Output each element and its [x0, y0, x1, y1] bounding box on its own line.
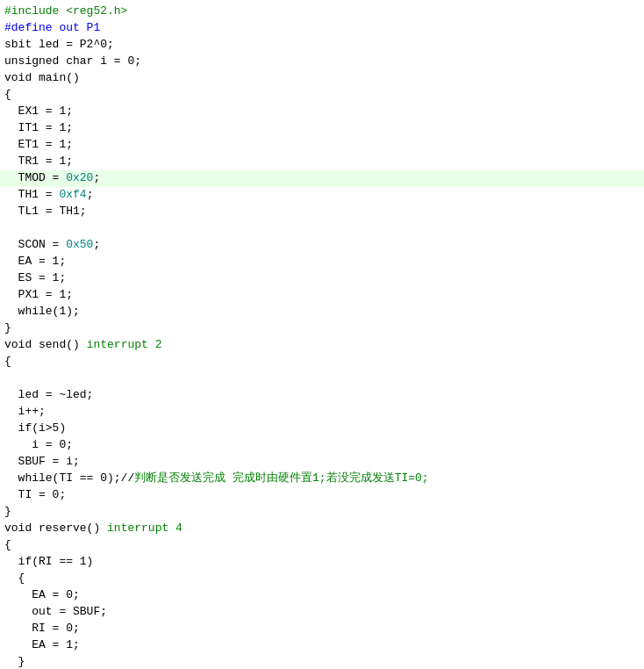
code-line: TR1 = 1; [0, 154, 644, 170]
code-line: void main() [0, 70, 644, 87]
code-editor: #include <reg52.h>#define out P1sbit led… [0, 0, 644, 669]
code-line: led = ~led; [0, 387, 644, 404]
code-line: if(i>5) [0, 421, 644, 437]
code-line: { [0, 571, 644, 587]
code-line: i++; [0, 404, 644, 421]
code-line: void reserve() interrupt 4 [0, 521, 644, 537]
code-line: while(TI == 0);//判断是否发送完成 完成时由硬件置1;若没完成发… [0, 471, 644, 487]
code-line: } [0, 654, 644, 669]
code-line: } [0, 320, 644, 337]
code-line: #define out P1 [0, 20, 644, 37]
code-line: { [0, 354, 644, 370]
code-line [0, 370, 644, 387]
code-line: SCON = 0x50; [0, 237, 644, 254]
code-line: ET1 = 1; [0, 137, 644, 154]
code-line: IT1 = 1; [0, 120, 644, 137]
code-line: RI = 0; [0, 621, 644, 637]
code-line: if(RI == 1) [0, 554, 644, 571]
code-line: } [0, 504, 644, 521]
code-line: EX1 = 1; [0, 104, 644, 120]
code-line: void send() interrupt 2 [0, 337, 644, 354]
code-line: out = SBUF; [0, 604, 644, 621]
code-line: { [0, 537, 644, 554]
code-line: TL1 = TH1; [0, 204, 644, 220]
code-line: TMOD = 0x20; [0, 170, 644, 187]
code-line: ES = 1; [0, 270, 644, 287]
code-line: { [0, 87, 644, 104]
code-line: sbit led = P2^0; [0, 37, 644, 54]
code-line: TI = 0; [0, 487, 644, 504]
code-line: EA = 1; [0, 637, 644, 654]
code-line: SBUF = i; [0, 454, 644, 471]
code-line: EA = 1; [0, 254, 644, 270]
code-line: #include <reg52.h> [0, 4, 644, 20]
code-line [0, 220, 644, 237]
code-line: EA = 0; [0, 587, 644, 604]
code-line: unsigned char i = 0; [0, 54, 644, 70]
code-line: while(1); [0, 304, 644, 320]
code-line: i = 0; [0, 437, 644, 454]
code-line: PX1 = 1; [0, 287, 644, 304]
code-line: TH1 = 0xf4; [0, 187, 644, 204]
